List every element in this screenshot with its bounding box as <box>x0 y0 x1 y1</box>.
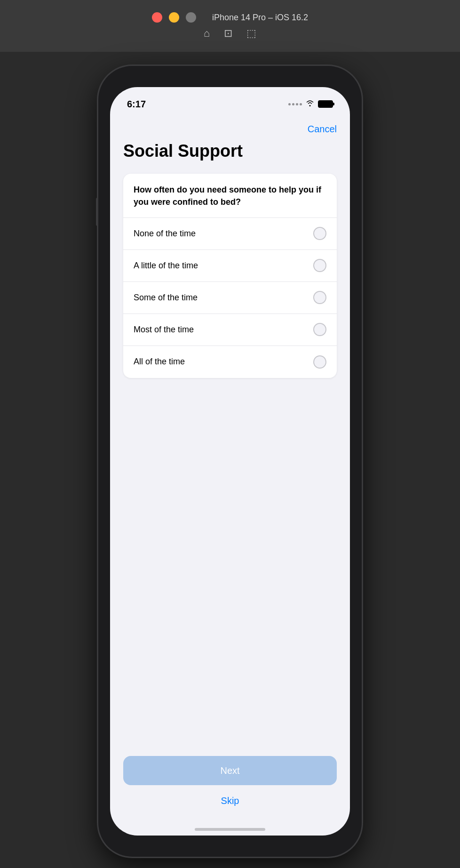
screen-content: Cancel Social Support How often do you n… <box>110 115 350 828</box>
next-button[interactable]: Next <box>123 756 337 785</box>
page-title: Social Support <box>123 141 337 161</box>
radio-none[interactable] <box>313 227 326 240</box>
question-header: How often do you need someone to help yo… <box>123 174 337 217</box>
mac-window: iPhone 14 Pro – iOS 16.2 ⌂ ⊡ ⬚ 6:17 <box>0 0 460 868</box>
bottom-actions: Next Skip <box>123 756 337 819</box>
simulator-title: iPhone 14 Pro – iOS 16.2 <box>212 13 308 23</box>
screenshot-icon[interactable]: ⊡ <box>224 27 232 40</box>
radio-some[interactable] <box>313 291 326 304</box>
option-row-little[interactable]: A little of the time <box>123 250 337 282</box>
signal-icon <box>288 103 302 105</box>
question-text: How often do you need someone to help yo… <box>134 184 326 208</box>
status-icons <box>288 100 333 108</box>
wifi-icon <box>306 100 314 108</box>
phone-screen: 6:17 <box>110 87 350 836</box>
battery-icon <box>318 100 333 108</box>
cancel-button[interactable]: Cancel <box>308 124 337 135</box>
traffic-light-gray[interactable] <box>186 12 196 23</box>
status-time: 6:17 <box>127 99 146 110</box>
traffic-light-red[interactable] <box>152 12 162 23</box>
option-label-all: All of the time <box>134 357 185 367</box>
mac-titlebar: iPhone 14 Pro – iOS 16.2 ⌂ ⊡ ⬚ <box>0 0 460 52</box>
option-row-most[interactable]: Most of the time <box>123 314 337 346</box>
rotate-icon[interactable]: ⬚ <box>246 27 256 40</box>
option-label-little: A little of the time <box>134 261 198 271</box>
status-bar: 6:17 <box>110 87 350 115</box>
question-card: How often do you need someone to help yo… <box>123 174 337 378</box>
option-label-some: Some of the time <box>134 293 198 303</box>
radio-most[interactable] <box>313 323 326 336</box>
home-indicator <box>195 828 265 831</box>
radio-little[interactable] <box>313 259 326 272</box>
option-row-none[interactable]: None of the time <box>123 218 337 250</box>
home-simulator-icon[interactable]: ⌂ <box>204 27 210 40</box>
skip-button[interactable]: Skip <box>123 791 337 811</box>
option-label-most: Most of the time <box>134 325 194 335</box>
option-row-some[interactable]: Some of the time <box>123 282 337 314</box>
phone-device: 6:17 <box>98 66 362 857</box>
traffic-light-yellow[interactable] <box>169 12 179 23</box>
option-label-none: None of the time <box>134 229 196 239</box>
option-row-all[interactable]: All of the time <box>123 346 337 378</box>
radio-all[interactable] <box>313 355 326 369</box>
